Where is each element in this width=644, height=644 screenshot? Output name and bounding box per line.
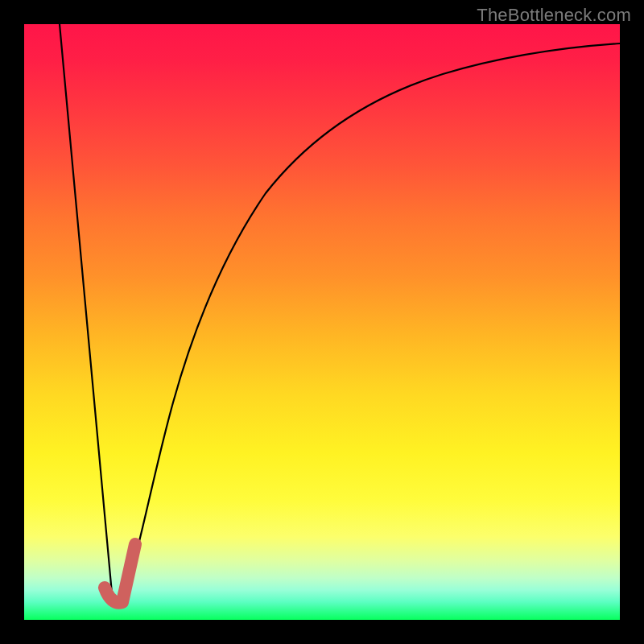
plot-area — [24, 24, 620, 620]
chart-frame: TheBottleneck.com — [0, 0, 644, 644]
bottleneck-curve-right — [122, 43, 620, 604]
watermark-text: TheBottleneck.com — [477, 5, 631, 26]
bottleneck-curve-left — [60, 24, 113, 602]
chart-svg — [24, 24, 620, 620]
